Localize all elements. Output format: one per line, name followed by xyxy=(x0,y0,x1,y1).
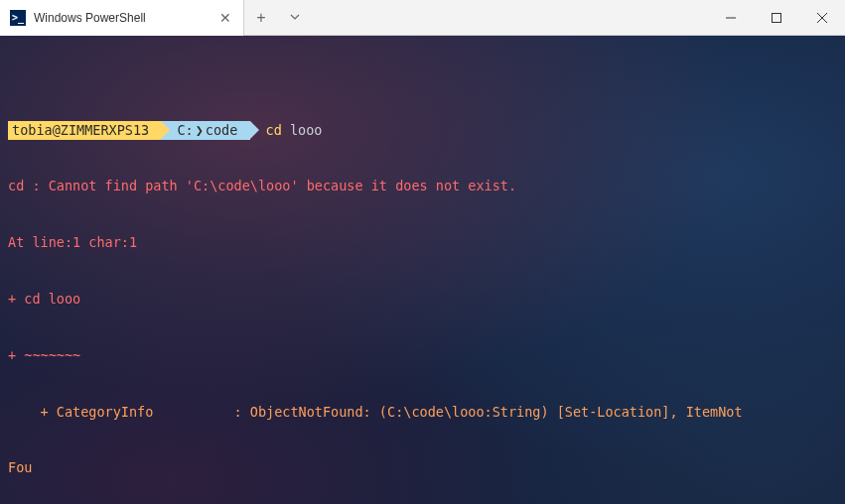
command-text: cd looo xyxy=(266,121,323,140)
error-output: + CategoryInfo : ObjectNotFound: (C:\cod… xyxy=(8,402,837,421)
prompt-line: tobia@ZIMMERXPS13 C: ❯ code cd looo xyxy=(8,121,837,140)
error-output: + cd looo xyxy=(8,290,837,309)
error-output: + ~~~~~~~ xyxy=(8,346,837,365)
tab-powershell[interactable]: >_ Windows PowerShell ✕ xyxy=(0,0,244,36)
window-controls xyxy=(708,0,845,36)
drive-segment: C: ❯ code xyxy=(161,121,249,140)
error-output: At line:1 char:1 xyxy=(8,233,837,252)
tab-title: Windows PowerShell xyxy=(34,11,210,25)
error-output: Fou xyxy=(8,458,837,477)
powershell-icon: >_ xyxy=(10,10,26,26)
minimize-button[interactable] xyxy=(708,0,754,36)
user-host-segment: tobia@ZIMMERXPS13 xyxy=(8,121,161,140)
tab-dropdown-button[interactable] xyxy=(278,10,312,26)
maximize-button[interactable] xyxy=(754,0,799,36)
window-titlebar: >_ Windows PowerShell ✕ + xyxy=(0,0,845,36)
close-button[interactable] xyxy=(799,0,845,36)
terminal-viewport[interactable]: tobia@ZIMMERXPS13 C: ❯ code cd looo cd :… xyxy=(0,36,845,504)
new-tab-button[interactable]: + xyxy=(244,9,278,27)
svg-rect-1 xyxy=(773,14,781,23)
tab-close-button[interactable]: ✕ xyxy=(217,10,233,26)
error-output: cd : Cannot find path 'C:\code\looo' bec… xyxy=(8,177,837,195)
